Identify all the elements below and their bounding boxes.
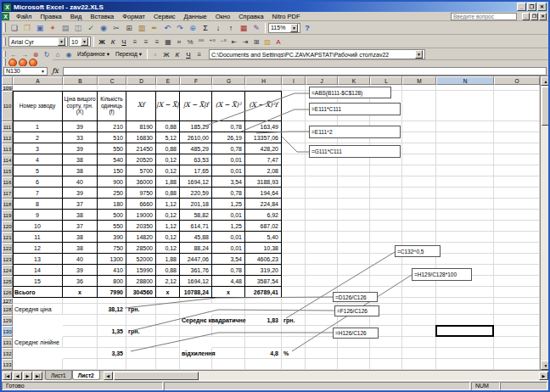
align-center-icon[interactable]: ≡ [141,36,151,48]
cell-L121[interactable] [370,232,402,243]
cell-N110[interactable] [436,91,494,121]
cell-E127[interactable] [156,298,180,304]
cell-D132[interactable] [126,348,156,359]
cell-M116[interactable] [402,176,436,188]
cell-D113[interactable]: 21450 [126,143,156,154]
cell-H111[interactable]: 163,49 [245,121,282,132]
row-header-116[interactable]: 116 [2,176,13,188]
cell-B109[interactable] [63,85,98,91]
search-web-icon[interactable]: ◉ [64,49,74,60]
drawing-icon[interactable]: ✎ [250,22,262,33]
cell-E112[interactable]: 5,12 [156,132,180,143]
permission-icon[interactable]: ✦ [47,22,59,33]
menu-item-6[interactable]: Данные [180,12,211,20]
cell-H119[interactable]: 6,92 [245,210,282,221]
cell-M121[interactable] [402,232,436,243]
cell-J122[interactable] [306,243,338,254]
underline-small-icon[interactable]: Ч [183,49,194,60]
cell-N109[interactable] [436,85,494,91]
cell-O127[interactable] [494,298,540,304]
cell-E129[interactable] [156,315,180,326]
cell-G125[interactable]: 4,48 [212,276,245,287]
cell-M119[interactable] [402,210,436,221]
cell-K117[interactable] [338,188,370,199]
cell-J116[interactable] [306,176,338,188]
column-header-B[interactable]: B [63,76,98,85]
cell-B132[interactable] [63,348,98,359]
cell-O132[interactable] [494,348,540,359]
cell-M117[interactable] [402,188,436,199]
column-header-G[interactable]: G [212,76,245,85]
cell-I119[interactable] [282,210,306,221]
cell-I115[interactable] [282,165,306,176]
column-header-M[interactable]: M [402,76,436,85]
comma-icon[interactable]: ⁰⁰ [196,36,206,48]
row-header-121[interactable]: 121 [2,232,13,243]
increase-decimal-icon[interactable]: ⁺⁰ [207,36,217,48]
save-icon[interactable]: ▣ [34,22,46,33]
cell-N126[interactable] [436,287,494,298]
cell-D124[interactable]: 15990 [126,265,156,276]
italic-icon[interactable]: К [108,36,118,48]
align-left-icon[interactable]: ≡ [130,36,140,48]
cell-O122[interactable] [494,243,540,254]
cell-I110[interactable] [282,91,306,121]
cell-L115[interactable] [370,165,402,176]
cell-A129[interactable]: Середнє лінійне [13,337,63,348]
column-header-A[interactable]: A [13,76,63,85]
cell-N112[interactable] [436,132,494,143]
row-header-131[interactable]: 131 [2,337,13,348]
row-header-130[interactable]: 130 [2,326,13,337]
open-icon[interactable]: ❐ [21,22,33,33]
cell-O125[interactable] [494,276,540,287]
cell-O109[interactable] [494,85,540,91]
cell-H127[interactable] [245,298,282,304]
cell-H110[interactable]: (X − X̅)²f [245,91,282,121]
cell-I114[interactable] [282,154,306,165]
bold-small-icon[interactable]: Ж [161,49,171,60]
cell-I109[interactable] [282,85,306,91]
cell-K125[interactable] [338,276,370,287]
toolbar-grip[interactable] [3,59,6,66]
formula-input[interactable] [63,67,547,76]
paste-icon[interactable]: ▥ [136,22,148,33]
cell-N113[interactable] [436,143,494,154]
cell-B122[interactable]: 38 [63,243,98,254]
row-header-111[interactable]: 111 [2,121,13,132]
cell-J124[interactable] [306,265,338,276]
cell-L133[interactable] [370,359,402,370]
cell-K119[interactable] [338,210,370,221]
row-header-127[interactable]: 127 [2,298,13,304]
cell-N118[interactable] [436,199,494,210]
cell-I117[interactable] [282,188,306,199]
decrease-indent-icon[interactable]: ⇤ [229,36,239,48]
cell-F130[interactable] [180,326,212,337]
new-icon[interactable]: ❏ [8,22,20,33]
cell-H118[interactable]: 224,84 [245,199,282,210]
cell-M113[interactable] [402,143,436,154]
cell-J120[interactable] [306,221,338,232]
cell-D131[interactable] [126,337,156,348]
cell-B117[interactable]: 39 [63,188,98,199]
cell-I126[interactable] [282,287,306,298]
scroll-right-icon[interactable]: ▶ [539,372,548,380]
cell-F114[interactable]: 63,53 [180,154,212,165]
cell-J119[interactable] [306,210,338,221]
close-button[interactable]: ✕ [537,3,547,11]
cell-N128[interactable] [436,304,494,315]
cell-M114[interactable] [402,154,436,165]
cell-H132[interactable]: 4,8 [245,348,282,359]
cell-D133[interactable] [126,359,156,370]
cell-A119[interactable]: 9 [13,210,63,221]
cell-F126[interactable]: 10788,24 [180,287,212,298]
cell-C110[interactable]: Кількість одиниць (f) [98,91,126,121]
row-header-109[interactable]: 109 [2,85,13,91]
cell-N127[interactable] [436,298,494,304]
cell-E125[interactable]: 2,12 [156,276,180,287]
cell-G131[interactable] [212,337,245,348]
cell-C120[interactable]: 550 [98,221,126,232]
cell-E133[interactable] [156,359,180,370]
row-header-110[interactable]: 110 [2,91,13,121]
cell-D120[interactable]: 20350 [126,221,156,232]
cell-N121[interactable] [436,232,494,243]
